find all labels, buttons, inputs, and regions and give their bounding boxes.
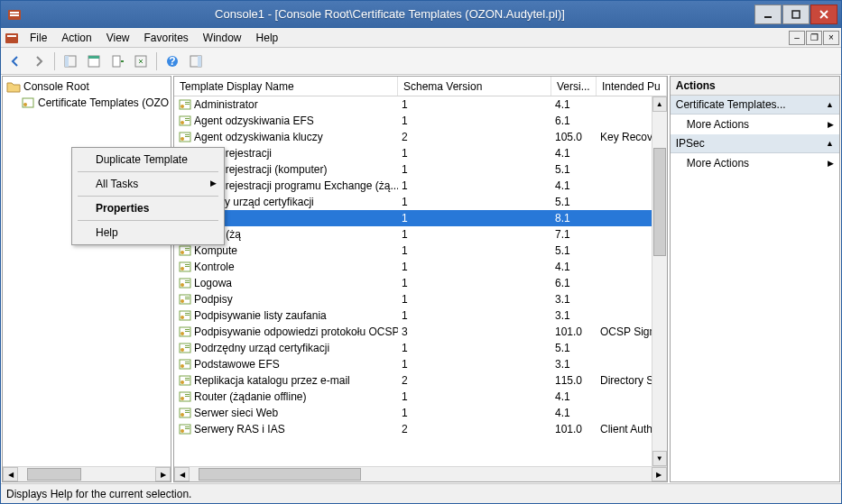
- menu-view[interactable]: View: [99, 30, 137, 46]
- svg-point-24: [180, 121, 184, 124]
- cell-schema: 1: [402, 342, 408, 354]
- svg-rect-26: [185, 120, 190, 121]
- table-row[interactable]: Agent rejestracji14.1: [174, 145, 667, 161]
- scroll-right-icon[interactable]: ▶: [652, 467, 667, 481]
- col-version[interactable]: Versi...: [551, 77, 597, 96]
- ctx-help[interactable]: Help: [74, 223, 222, 243]
- ctx-duplicate-template[interactable]: Duplicate Template: [74, 150, 222, 170]
- table-row[interactable]: Serwer sieci Web14.1: [174, 405, 667, 421]
- tree-root[interactable]: Console Root: [5, 78, 169, 95]
- tree-hscroll[interactable]: ◀ ▶: [3, 466, 171, 481]
- toolbar: ?: [1, 48, 841, 75]
- menu-help[interactable]: Help: [249, 30, 286, 46]
- menu-action[interactable]: Action: [54, 30, 98, 46]
- col-display-name[interactable]: Template Display Name: [174, 77, 398, 96]
- table-row[interactable]: Główny urząd certyfikacji15.1: [174, 194, 667, 210]
- actions-section-label: IPSec: [676, 137, 705, 150]
- svg-rect-6: [7, 35, 16, 37]
- titlebar: Console1 - [Console Root\Certificate Tem…: [1, 1, 841, 28]
- table-row[interactable]: Agent rejestracji (komputer)15.1: [174, 161, 667, 178]
- menu-window[interactable]: Window: [196, 30, 249, 46]
- refresh-button[interactable]: [130, 50, 152, 72]
- actions-more-1[interactable]: More Actions ▶: [671, 115, 839, 134]
- cell-schema: 1: [402, 244, 408, 257]
- table-row[interactable]: Podrzędny urząd certyfikacji15.1: [174, 340, 667, 356]
- table-row[interactable]: Agent rejestracji programu Exchange (żą.…: [174, 178, 667, 194]
- actions-section-ipsec[interactable]: IPSec ▲: [671, 134, 839, 153]
- cell-version: 105.0: [555, 131, 582, 143]
- chevron-right-icon: ▶: [828, 159, 834, 168]
- svg-point-20: [180, 105, 184, 108]
- actions-section-cert-templates[interactable]: Certificate Templates... ▲: [671, 96, 839, 115]
- table-row[interactable]: Router (żądanie offline)14.1: [174, 389, 667, 405]
- minimize-button[interactable]: [754, 5, 782, 24]
- properties-button[interactable]: [83, 50, 105, 72]
- actions-more-2[interactable]: More Actions ▶: [671, 153, 839, 173]
- cell-display-name: Kontrole: [194, 261, 235, 273]
- scroll-down-icon[interactable]: ▼: [652, 451, 667, 466]
- show-hide-action-button[interactable]: [185, 50, 207, 72]
- table-row[interactable]: IPSec (żą17.1: [174, 226, 667, 243]
- ctx-properties[interactable]: Properties: [74, 198, 222, 218]
- cert-icon: [178, 325, 192, 339]
- svg-rect-8: [65, 56, 69, 67]
- chevron-up-icon: ▲: [826, 100, 834, 109]
- scroll-right-icon[interactable]: ▶: [155, 467, 171, 481]
- mdi-close[interactable]: ×: [823, 31, 839, 45]
- table-row[interactable]: IPSec18.1: [174, 210, 667, 226]
- cell-intended: Key Recove: [600, 131, 659, 143]
- table-row[interactable]: Podpisywanie listy zaufania13.1: [174, 307, 667, 324]
- cert-icon: [178, 341, 192, 355]
- list-hscroll[interactable]: ◀ ▶: [174, 466, 667, 481]
- cell-intended: OCSP Signi: [600, 325, 658, 338]
- table-row[interactable]: Podpisy13.1: [174, 291, 667, 307]
- svg-rect-57: [185, 248, 190, 249]
- table-row[interactable]: Replikacja katalogu przez e-mail2115.0Di…: [174, 372, 667, 389]
- folder-icon: [6, 79, 21, 94]
- mdi-minimize[interactable]: –: [789, 31, 805, 45]
- show-hide-tree-button[interactable]: [60, 50, 81, 72]
- cell-schema: 2: [402, 374, 408, 387]
- col-intended-purpose[interactable]: Intended Pu: [597, 77, 667, 96]
- col-schema-version[interactable]: Schema Version: [398, 77, 551, 96]
- actions-title: Actions: [671, 77, 839, 96]
- chevron-right-icon: ▶: [210, 179, 217, 188]
- table-row[interactable]: Kompute15.1: [174, 243, 667, 259]
- svg-point-68: [180, 299, 184, 303]
- forward-button[interactable]: [28, 50, 50, 72]
- table-row[interactable]: Logowa16.1: [174, 275, 667, 291]
- svg-rect-93: [185, 394, 190, 395]
- svg-point-64: [180, 283, 184, 287]
- cell-display-name: Podpisywanie listy zaufania: [194, 309, 327, 322]
- list-vscroll[interactable]: ▲ ▼: [652, 96, 667, 466]
- list-hscroll-thumb[interactable]: [199, 468, 361, 481]
- help-button[interactable]: ?: [162, 50, 183, 72]
- close-button[interactable]: [810, 5, 837, 24]
- back-button[interactable]: [5, 50, 26, 72]
- table-row[interactable]: Administrator14.1: [174, 96, 667, 113]
- scroll-up-icon[interactable]: ▲: [652, 96, 667, 112]
- menu-file[interactable]: File: [23, 30, 54, 46]
- tree-cert-templates[interactable]: Certificate Templates (OZON: [5, 95, 169, 111]
- table-row[interactable]: Podpisywanie odpowiedzi protokołu OCSP31…: [174, 324, 667, 340]
- cell-schema: 1: [402, 179, 408, 192]
- tree-hscroll-thumb[interactable]: [27, 468, 81, 481]
- export-list-button[interactable]: [106, 50, 128, 72]
- mdi-restore[interactable]: ❐: [806, 31, 822, 45]
- scroll-left-icon[interactable]: ◀: [3, 467, 18, 481]
- table-row[interactable]: Kontrole14.1: [174, 259, 667, 275]
- svg-rect-89: [185, 378, 190, 379]
- list-vscroll-thumb[interactable]: [653, 148, 666, 256]
- table-row[interactable]: Podstawowe EFS13.1: [174, 356, 667, 372]
- tree-pane: Console Root Certificate Templates (OZON…: [2, 76, 171, 482]
- chevron-up-icon: ▲: [826, 139, 834, 148]
- scroll-left-icon[interactable]: ◀: [174, 467, 190, 481]
- ctx-all-tasks[interactable]: All Tasks▶: [74, 174, 222, 194]
- maximize-button[interactable]: [782, 5, 810, 24]
- table-row[interactable]: Serwery RAS i IAS2101.0Client Auth: [174, 421, 667, 437]
- cell-version: 5.1: [555, 342, 570, 354]
- menu-favorites[interactable]: Favorites: [137, 30, 196, 46]
- table-row[interactable]: Agent odzyskiwania EFS16.1: [174, 113, 667, 129]
- table-row[interactable]: Agent odzyskiwania kluczy2105.0Key Recov…: [174, 129, 667, 145]
- cell-schema: 1: [402, 212, 408, 225]
